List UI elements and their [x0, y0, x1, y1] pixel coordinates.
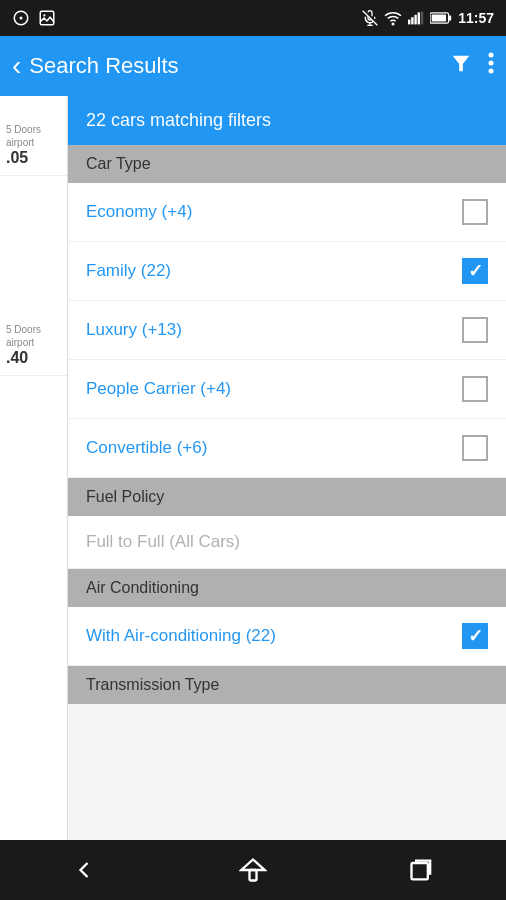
peek-item-2: 5 Doorsairport .40 [0, 296, 67, 376]
app-bar: ‹ Search Results [0, 36, 506, 96]
matching-banner: 22 cars matching filters [68, 96, 506, 145]
filter-row-people-carrier[interactable]: People Carrier (+4) [68, 360, 506, 419]
nav-recent-button[interactable] [392, 850, 452, 890]
filter-row-full-to-full: Full to Full (All Cars) [68, 516, 506, 569]
signal-icon [408, 10, 424, 26]
svg-marker-20 [241, 860, 264, 871]
checkbox-luxury[interactable] [462, 317, 488, 343]
filter-row-family[interactable]: Family (22) [68, 242, 506, 301]
svg-rect-14 [449, 15, 452, 20]
filter-row-with-ac[interactable]: With Air-conditioning (22) [68, 607, 506, 666]
filter-row-luxury[interactable]: Luxury (+13) [68, 301, 506, 360]
svg-rect-2 [40, 11, 54, 25]
svg-rect-15 [432, 15, 446, 22]
back-button[interactable]: ‹ [12, 50, 21, 82]
app-bar-actions [450, 52, 494, 80]
svg-marker-16 [453, 55, 470, 71]
svg-rect-10 [415, 15, 417, 25]
status-right-icons: 11:57 [362, 9, 494, 27]
matching-text: 22 cars matching filters [86, 110, 271, 130]
more-options-button[interactable] [488, 52, 494, 80]
filter-label-full-to-full: Full to Full (All Cars) [86, 532, 240, 552]
wifi-icon [384, 9, 402, 27]
app-bar-title: Search Results [29, 53, 450, 79]
peek-item-1: 5 Doorsairport .05 [0, 96, 67, 176]
time-display: 11:57 [458, 10, 494, 26]
filter-button[interactable] [450, 53, 472, 80]
image-icon [38, 9, 56, 27]
content-area: 5 Doorsairport .05 5 Doorsairport .40 22… [0, 96, 506, 840]
battery-icon [430, 12, 452, 24]
svg-rect-9 [411, 17, 413, 24]
section-header-air-conditioning: Air Conditioning [68, 569, 506, 607]
status-bar: 11:57 [0, 0, 506, 36]
checkbox-with-ac[interactable] [462, 623, 488, 649]
nav-back-button[interactable] [54, 850, 114, 890]
section-header-transmission-type: Transmission Type [68, 666, 506, 704]
svg-point-18 [489, 61, 494, 66]
status-left-icons [12, 9, 56, 27]
filter-panel: 22 cars matching filters Car Type Econom… [68, 96, 506, 840]
bottom-nav [0, 840, 506, 900]
filter-label-luxury: Luxury (+13) [86, 320, 182, 340]
filter-label-convertible: Convertible (+6) [86, 438, 207, 458]
svg-rect-12 [421, 12, 423, 25]
svg-rect-21 [249, 870, 256, 881]
left-peek-panel: 5 Doorsairport .05 5 Doorsairport .40 [0, 96, 68, 840]
section-header-car-type: Car Type [68, 145, 506, 183]
filter-row-convertible[interactable]: Convertible (+6) [68, 419, 506, 478]
section-header-fuel-policy: Fuel Policy [68, 478, 506, 516]
nav-home-button[interactable] [223, 850, 283, 890]
svg-rect-11 [418, 12, 420, 24]
checkbox-convertible[interactable] [462, 435, 488, 461]
checkbox-economy[interactable] [462, 199, 488, 225]
svg-point-19 [489, 69, 494, 74]
filter-label-family: Family (22) [86, 261, 171, 281]
filter-label-with-ac: With Air-conditioning (22) [86, 626, 276, 646]
svg-rect-8 [408, 20, 410, 25]
filter-label-people-carrier: People Carrier (+4) [86, 379, 231, 399]
svg-point-1 [20, 17, 23, 20]
checkbox-family[interactable] [462, 258, 488, 284]
svg-point-3 [43, 14, 45, 16]
svg-point-17 [489, 53, 494, 58]
svg-point-7 [392, 23, 394, 25]
svg-rect-22 [411, 863, 427, 879]
filter-label-economy: Economy (+4) [86, 202, 192, 222]
mute-icon [362, 10, 378, 26]
alarm-icon [12, 9, 30, 27]
checkbox-people-carrier[interactable] [462, 376, 488, 402]
filter-row-economy[interactable]: Economy (+4) [68, 183, 506, 242]
